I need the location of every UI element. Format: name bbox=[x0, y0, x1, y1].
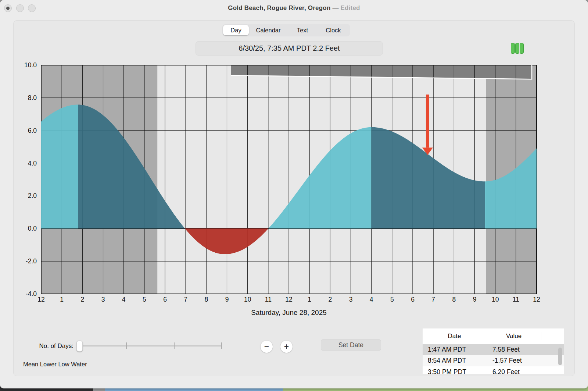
x-axis-tick-label: 7 bbox=[431, 296, 435, 303]
tab-clock[interactable]: Clock bbox=[317, 25, 349, 35]
y-axis-tick-label: 8.0 bbox=[28, 94, 37, 102]
x-axis-tick-label: 9 bbox=[473, 296, 477, 303]
y-axis-tick-label: -2.0 bbox=[26, 257, 37, 265]
x-axis-tick-label: 10 bbox=[492, 296, 499, 303]
view-mode-tabs: Day Calendar Text Clock bbox=[222, 24, 350, 36]
x-axis-tick-label: 4 bbox=[370, 296, 373, 303]
moon-phase-bar bbox=[515, 43, 519, 54]
table-header-value[interactable]: Value bbox=[486, 333, 541, 340]
x-axis-tick-label: 11 bbox=[513, 296, 519, 303]
x-axis-tick-label: 4 bbox=[122, 296, 126, 303]
x-axis-tick-label: 1 bbox=[308, 296, 311, 303]
cursor-reading-box: 6/30/25, 7:35 AM PDT 2.2 Feet bbox=[196, 41, 383, 56]
x-axis-tick-label: 1 bbox=[60, 296, 64, 303]
y-axis-tick-label: 6.0 bbox=[28, 127, 37, 134]
slider-track[interactable] bbox=[79, 345, 222, 346]
table-row[interactable]: 3:50 PM PDT 6.20 Feet bbox=[423, 366, 564, 374]
app-window: Gold Beach, Rogue River, Oregon — Edited… bbox=[0, 0, 588, 388]
table-row[interactable]: 1:47 AM PDT 7.58 Feet bbox=[423, 344, 564, 355]
x-axis-tick-label: 9 bbox=[225, 296, 229, 303]
set-date-button[interactable]: Set Date bbox=[321, 339, 381, 351]
x-axis-tick-label: 3 bbox=[101, 296, 105, 303]
x-axis-tick-label: 12 bbox=[285, 296, 292, 303]
x-axis-tick-label: 5 bbox=[390, 296, 394, 303]
slider-thumb[interactable] bbox=[76, 341, 83, 352]
days-slider-label: No. of Days: bbox=[15, 342, 74, 350]
x-axis-tick-label: 10 bbox=[244, 296, 251, 303]
tab-calendar[interactable]: Calendar bbox=[249, 25, 288, 35]
event-value: 6.20 Feet bbox=[487, 368, 520, 374]
x-axis-tick-label: 3 bbox=[349, 296, 353, 303]
table-row[interactable]: 8:54 AM PDT -1.57 Feet bbox=[423, 355, 564, 367]
tide-events-table: Date Value 1:47 AM PDT 7.58 Feet 8:54 AM… bbox=[423, 328, 564, 374]
table-scrollbar-thumb[interactable] bbox=[558, 348, 562, 365]
slider-tick bbox=[174, 342, 175, 349]
y-axis-tick-label: -4.0 bbox=[26, 290, 37, 298]
tab-text[interactable]: Text bbox=[288, 25, 317, 35]
x-axis-tick-label: 6 bbox=[163, 296, 167, 303]
x-axis-tick-label: 11 bbox=[265, 296, 272, 303]
column-separator bbox=[541, 332, 541, 340]
event-value: -1.57 Feet bbox=[487, 357, 522, 365]
x-axis-tick-label: 12 bbox=[37, 296, 44, 303]
moon-phase-icon bbox=[511, 43, 524, 54]
tide-fill-below-zero bbox=[185, 228, 269, 254]
y-axis-tick-label: 10.0 bbox=[24, 61, 37, 69]
datum-label: Mean Lower Low Water bbox=[23, 361, 87, 368]
x-axis-tick-label: 8 bbox=[452, 296, 456, 303]
moon-phase-bar bbox=[520, 43, 524, 54]
chart-date-label: Saturday, June 28, 2025 bbox=[41, 309, 537, 317]
slider-tick bbox=[221, 342, 222, 349]
moon-phase-bar bbox=[511, 43, 515, 54]
tide-fill-rising bbox=[41, 105, 78, 229]
x-axis-tick-label: 7 bbox=[184, 296, 187, 303]
y-axis-tick-label: 0.0 bbox=[28, 225, 37, 232]
event-time: 8:54 AM PDT bbox=[423, 357, 487, 365]
event-time: 3:50 PM PDT bbox=[423, 368, 487, 374]
event-time: 1:47 AM PDT bbox=[423, 346, 487, 353]
decrement-day-button[interactable]: − bbox=[261, 341, 273, 353]
y-axis-tick-label: 4.0 bbox=[28, 160, 37, 167]
table-header-row: Date Value bbox=[423, 328, 564, 344]
tab-day[interactable]: Day bbox=[223, 25, 249, 35]
event-value: 7.58 Feet bbox=[487, 346, 520, 353]
marker-arrow-shaft bbox=[426, 95, 429, 147]
table-header-date[interactable]: Date bbox=[423, 333, 486, 340]
days-slider[interactable] bbox=[79, 341, 224, 352]
x-axis-tick-label: 2 bbox=[80, 296, 84, 303]
x-axis-tick-label: 12 bbox=[533, 296, 540, 303]
y-axis-tick-label: 2.0 bbox=[28, 192, 37, 199]
x-axis-tick-label: 8 bbox=[204, 296, 208, 303]
increment-day-button[interactable]: + bbox=[280, 341, 293, 353]
x-axis-tick-label: 2 bbox=[328, 296, 332, 303]
x-axis-tick-label: 5 bbox=[143, 296, 146, 303]
x-axis-tick-label: 6 bbox=[411, 296, 415, 303]
tide-fill-rising bbox=[268, 127, 371, 229]
slider-tick bbox=[126, 342, 127, 349]
